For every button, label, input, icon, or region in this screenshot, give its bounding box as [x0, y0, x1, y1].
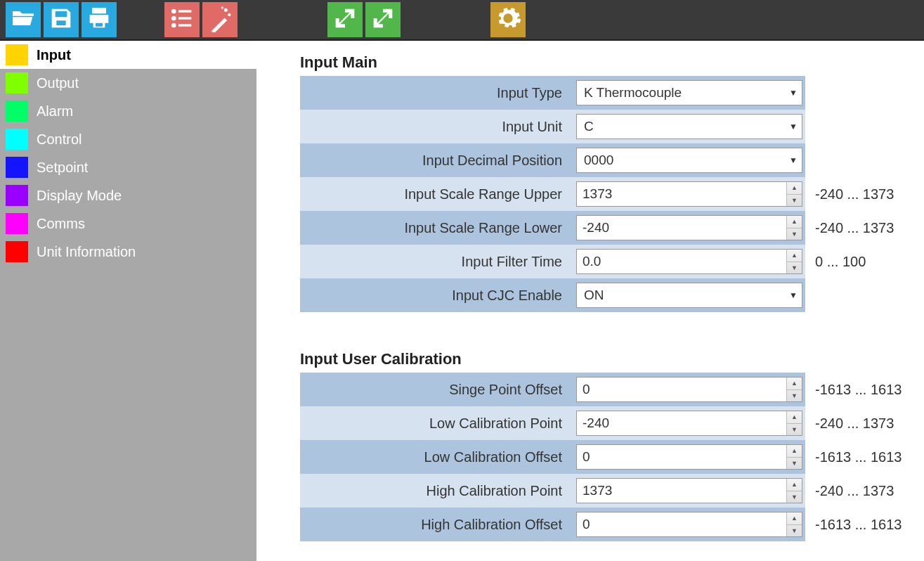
svg-point-1 — [171, 15, 176, 20]
spinner-down-icon[interactable]: ▼ — [787, 525, 802, 537]
collapse-button[interactable] — [365, 2, 401, 37]
sidebar-item-output[interactable]: Output — [0, 69, 256, 97]
spinner-arrows[interactable]: ▲▼ — [786, 512, 802, 536]
field-range-hint — [805, 143, 907, 177]
spinner-arrows[interactable]: ▲▼ — [786, 445, 802, 469]
svg-point-0 — [171, 8, 176, 13]
form-row: Input Filter Time0.0▲▼0 ... 100 — [300, 245, 907, 278]
color-swatch — [6, 72, 28, 94]
open-button[interactable] — [6, 2, 41, 37]
field-range-hint: -1613 ... 1613 — [805, 440, 907, 474]
dropdown[interactable]: C▼ — [576, 114, 802, 139]
sidebar-item-input[interactable]: Input — [0, 41, 256, 69]
sidebar-item-label: Comms — [37, 216, 85, 232]
field-range-hint: -240 ... 1373 — [805, 474, 907, 508]
sidebar-item-display-mode[interactable]: Display Mode — [0, 181, 256, 209]
spinner-arrows[interactable]: ▲▼ — [786, 411, 802, 435]
list-icon — [168, 4, 196, 36]
field-range-hint — [805, 76, 907, 110]
field-range-hint — [805, 110, 907, 143]
spinner-up-icon[interactable]: ▲ — [787, 479, 802, 491]
spinner-down-icon[interactable]: ▼ — [787, 424, 802, 436]
color-swatch — [6, 185, 28, 206]
number-spinner[interactable]: 0▲▼ — [576, 377, 802, 402]
svg-rect-6 — [212, 18, 227, 32]
number-spinner[interactable]: 1373▲▼ — [576, 181, 802, 207]
dropdown[interactable]: K Thermocouple▼ — [576, 80, 802, 105]
printer-icon — [85, 4, 113, 36]
spinner-up-icon[interactable]: ▲ — [787, 378, 802, 390]
chevron-down-icon: ▼ — [785, 122, 802, 131]
field-label: Input Decimal Position — [300, 153, 573, 169]
spinner-up-icon[interactable]: ▲ — [787, 250, 802, 262]
spinner-down-icon[interactable]: ▼ — [787, 262, 802, 274]
svg-point-2 — [171, 22, 176, 27]
form-row: Low Calibration Offset0▲▼-1613 ... 1613 — [300, 440, 907, 474]
wand-icon — [206, 4, 234, 36]
form-row: Input UnitC▼ — [300, 110, 907, 143]
sidebar-item-unit-information[interactable]: Unit Information — [0, 238, 256, 266]
list-button[interactable] — [164, 2, 200, 37]
spinner-up-icon[interactable]: ▲ — [787, 182, 802, 195]
dropdown[interactable]: ON▼ — [576, 283, 802, 308]
spinner-up-icon[interactable]: ▲ — [787, 445, 802, 458]
field-range-hint: -1613 ... 1613 — [805, 373, 907, 406]
save-button[interactable] — [44, 2, 79, 37]
print-button[interactable] — [82, 2, 117, 37]
chevron-down-icon: ▼ — [785, 155, 802, 165]
spinner-down-icon[interactable]: ▼ — [787, 228, 802, 240]
svg-point-8 — [228, 13, 230, 15]
spinner-value: 0 — [577, 449, 786, 465]
number-spinner[interactable]: 0▲▼ — [576, 444, 802, 470]
number-spinner[interactable]: 0▲▼ — [576, 512, 802, 537]
spinner-up-icon[interactable]: ▲ — [787, 512, 802, 525]
spinner-up-icon[interactable]: ▲ — [787, 216, 802, 228]
number-spinner[interactable]: -240▲▼ — [576, 215, 802, 240]
field-label: Low Calibration Offset — [300, 449, 573, 465]
sidebar-item-comms[interactable]: Comms — [0, 209, 256, 238]
svg-point-7 — [224, 8, 228, 11]
form-row: Input Scale Range Upper1373▲▼-240 ... 13… — [300, 177, 907, 211]
spinner-value: -240 — [577, 415, 786, 431]
number-spinner[interactable]: -240▲▼ — [576, 411, 802, 436]
svg-rect-5 — [178, 24, 191, 26]
number-spinner[interactable]: 0.0▲▼ — [576, 249, 802, 274]
field-control-cell: C▼ — [573, 111, 805, 142]
collapse-icon — [369, 4, 397, 36]
spinner-up-icon[interactable]: ▲ — [787, 411, 802, 424]
spinner-down-icon[interactable]: ▼ — [787, 458, 802, 470]
spinner-arrows[interactable]: ▲▼ — [786, 250, 802, 273]
sidebar-item-setpoint[interactable]: Setpoint — [0, 153, 256, 181]
field-control-cell: 0.0▲▼ — [573, 246, 805, 277]
number-spinner[interactable]: 1373▲▼ — [576, 478, 802, 503]
wizard-button[interactable] — [202, 2, 237, 37]
field-control-cell: 0▲▼ — [573, 374, 805, 405]
sidebar-item-control[interactable]: Control — [0, 125, 256, 153]
spinner-down-icon[interactable]: ▼ — [787, 390, 802, 402]
sidebar-item-label: Control — [37, 131, 82, 148]
settings-button[interactable] — [490, 2, 526, 37]
form-row: Singe Point Offset0▲▼-1613 ... 1613 — [300, 373, 907, 406]
sidebar-item-label: Display Mode — [37, 188, 122, 204]
form-row: Low Calibration Point-240▲▼-240 ... 1373 — [300, 406, 907, 440]
spinner-down-icon[interactable]: ▼ — [787, 491, 802, 503]
color-swatch — [6, 101, 28, 122]
field-label: High Calibration Point — [300, 483, 573, 499]
expand-button[interactable] — [327, 2, 363, 37]
field-label: Singe Point Offset — [300, 382, 573, 398]
sidebar-item-label: Input — [37, 47, 71, 63]
spinner-arrows[interactable]: ▲▼ — [786, 378, 802, 401]
sidebar-item-label: Setpoint — [37, 160, 88, 176]
field-control-cell: -240▲▼ — [573, 212, 805, 243]
spinner-arrows[interactable]: ▲▼ — [786, 182, 802, 206]
dropdown[interactable]: 0000▼ — [576, 148, 802, 173]
spinner-down-icon[interactable]: ▼ — [787, 195, 802, 207]
sidebar-item-alarm[interactable]: Alarm — [0, 97, 256, 125]
dropdown-value: K Thermocouple — [577, 85, 785, 101]
form-row: Input TypeK Thermocouple▼ — [300, 76, 907, 110]
form-row: High Calibration Point1373▲▼-240 ... 137… — [300, 474, 907, 508]
spinner-arrows[interactable]: ▲▼ — [786, 479, 802, 503]
save-disk-icon — [47, 4, 75, 36]
field-range-hint: -240 ... 1373 — [805, 406, 907, 440]
spinner-arrows[interactable]: ▲▼ — [786, 216, 802, 240]
